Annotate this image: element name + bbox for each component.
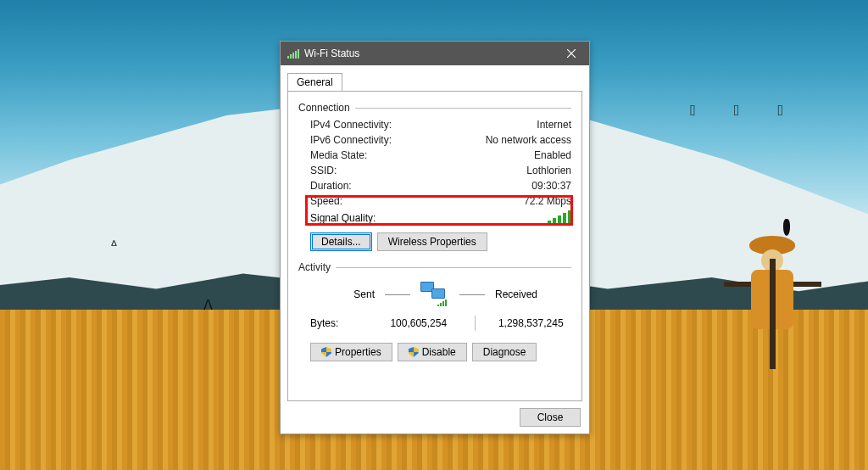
dialog-footer: Close (281, 401, 589, 434)
duration-row: Duration: 09:30:37 (298, 178, 571, 193)
connection-group: Connection IPv4 Connectivity: Internet I… (298, 102, 571, 258)
activity-group: Activity Sent Received Bytes: 100,605,25… (298, 261, 571, 361)
ssid-label: SSID: (310, 165, 337, 176)
bytes-label: Bytes: (310, 317, 378, 329)
tab-panel: Connection IPv4 Connectivity: Internet I… (287, 91, 582, 401)
duration-value: 09:30:37 (531, 180, 571, 192)
bytes-received: 1,298,537,245 (491, 317, 572, 329)
tab-general[interactable]: General (287, 73, 342, 92)
ipv6-value: No network access (486, 134, 571, 146)
bytes-row: Bytes: 100,605,254 1,298,537,245 (298, 312, 571, 334)
window-title: Wi-Fi Status (304, 48, 554, 59)
speed-value: 72.2 Mbps (524, 195, 571, 207)
shield-icon (409, 347, 419, 357)
activity-group-label: Activity (298, 261, 331, 273)
ipv4-row: IPv4 Connectivity: Internet (298, 117, 571, 132)
tabstrip: General (281, 65, 589, 91)
properties-button[interactable]: Properties (310, 343, 392, 361)
disable-button[interactable]: Disable (398, 343, 467, 361)
details-button[interactable]: Details... (310, 232, 372, 251)
close-button[interactable] (554, 42, 589, 65)
ipv4-value: Internet (537, 119, 571, 131)
close-dialog-button[interactable]: Close (520, 408, 581, 427)
duration-label: Duration: (310, 180, 352, 192)
media-label: Media State: (310, 149, 367, 161)
media-row: Media State: Enabled (298, 148, 571, 163)
signal-bars-icon (548, 210, 571, 224)
media-value: Enabled (534, 149, 571, 161)
network-activity-icon (420, 282, 449, 307)
wifi-icon (287, 48, 299, 59)
sent-label: Sent (331, 288, 375, 300)
signal-row: Signal Quality: (298, 209, 571, 229)
wireless-properties-button[interactable]: Wireless Properties (377, 232, 487, 251)
disable-label: Disable (422, 346, 456, 358)
speed-row: Speed: 72.2 Mbps (298, 193, 571, 209)
bytes-sent: 100,605,254 (378, 317, 459, 329)
ipv6-label: IPv6 Connectivity: (310, 134, 392, 146)
received-label: Received (495, 288, 539, 300)
wifi-status-dialog: Wi-Fi Status General Connection IPv4 Con… (280, 41, 590, 434)
close-icon (567, 49, 576, 58)
ssid-value: Lothlorien (526, 165, 571, 176)
properties-label: Properties (335, 346, 381, 358)
diagnose-button[interactable]: Diagnose (472, 343, 537, 361)
signal-label: Signal Quality: (310, 212, 376, 224)
connection-group-label: Connection (298, 102, 350, 114)
ipv4-label: IPv4 Connectivity: (310, 119, 392, 131)
ipv6-row: IPv6 Connectivity: No network access (298, 132, 571, 148)
speed-label: Speed: (310, 195, 342, 207)
shield-icon (321, 347, 331, 357)
titlebar: Wi-Fi Status (281, 42, 589, 65)
ssid-row: SSID: Lothlorien (298, 163, 571, 178)
